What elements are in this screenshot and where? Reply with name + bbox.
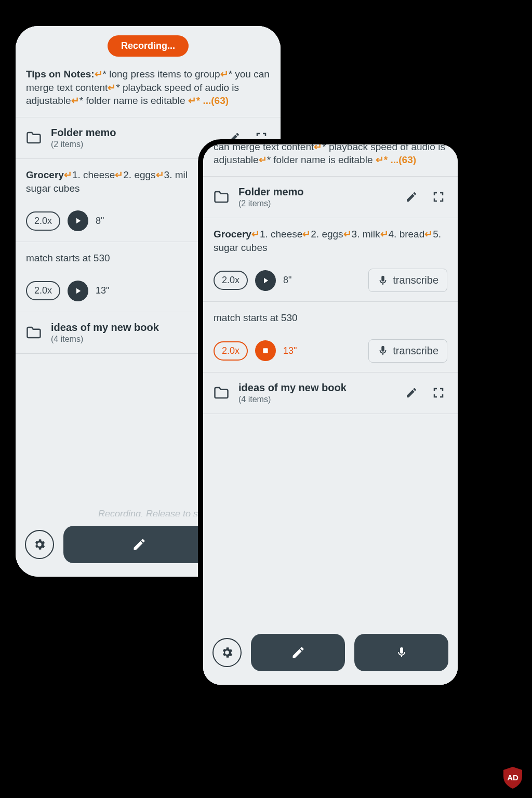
audio-row-1: 2.0x 8" transcribe <box>203 261 458 302</box>
return-arrow-icon: ↵ <box>188 95 196 106</box>
record-audio-button[interactable] <box>354 634 448 671</box>
return-arrow-icon: ↵ <box>314 144 322 152</box>
svg-rect-0 <box>263 349 268 353</box>
bottom-bar <box>203 624 458 685</box>
folder-icon <box>26 131 42 144</box>
match-text: match starts at 530 <box>26 252 110 263</box>
return-arrow-icon: ↵ <box>71 95 79 106</box>
grocery-item: sugar cubes <box>26 183 80 194</box>
match-row[interactable]: match starts at 530 <box>203 302 458 332</box>
expand-icon[interactable] <box>430 188 447 206</box>
tips-more-link[interactable]: * ...(63) <box>196 95 229 106</box>
transcribe-label: transcribe <box>393 274 438 286</box>
return-arrow-icon: ↵ <box>95 69 103 79</box>
play-button[interactable] <box>68 281 88 301</box>
tips-more-link[interactable]: * ...(63) <box>384 154 416 165</box>
speed-chip[interactable]: 2.0x <box>26 281 60 300</box>
recording-pill: Recording... <box>108 35 189 57</box>
phone-front: Tips on Notes:↵* long press items to gro… <box>198 139 463 690</box>
grocery-item: 2. eggs <box>311 229 343 240</box>
new-text-note-button[interactable] <box>251 634 345 671</box>
edit-button[interactable] <box>403 188 420 206</box>
tip-line: * folder name is editable <box>267 154 376 165</box>
tip-line: * folder name is editable <box>79 95 188 106</box>
folder-icon <box>214 190 229 204</box>
return-arrow-icon: ↵ <box>259 154 267 165</box>
return-arrow-icon: ↵ <box>343 229 352 240</box>
play-button[interactable] <box>68 210 88 231</box>
folder-icon <box>26 326 42 339</box>
grocery-item: 2. eggs <box>123 169 155 180</box>
ad-badge-icon: AD <box>503 767 523 789</box>
return-arrow-icon: ↵ <box>376 154 384 165</box>
return-arrow-icon: ↵ <box>64 169 72 180</box>
tip-line: * long press items to group <box>103 69 220 79</box>
return-arrow-icon: ↵ <box>156 169 164 180</box>
folder-icon <box>214 386 229 400</box>
transcribe-button[interactable]: transcribe <box>368 269 447 292</box>
new-text-note-button[interactable] <box>63 526 215 563</box>
match-text: match starts at 530 <box>214 312 298 323</box>
grocery-item: 3. mil <box>164 169 188 180</box>
folder-subtitle: (2 items) <box>51 140 216 149</box>
edit-button[interactable] <box>403 384 420 402</box>
return-arrow-icon: ↵ <box>108 82 116 93</box>
grocery-row[interactable]: Grocery↵1. cheese↵2. eggs↵3. milk↵4. bre… <box>203 218 458 261</box>
tips-title: Tips on Notes: <box>26 69 95 79</box>
play-button[interactable] <box>255 270 276 291</box>
return-arrow-icon: ↵ <box>115 169 123 180</box>
audio-duration: 8" <box>283 275 291 286</box>
grocery-item: 1. cheese <box>72 169 115 180</box>
folder-row-memo[interactable]: Folder memo (2 items) <box>203 177 458 218</box>
folder-title: Folder memo <box>238 186 393 198</box>
return-arrow-icon: ↵ <box>424 229 433 240</box>
stop-button[interactable] <box>255 340 276 361</box>
return-arrow-icon: ↵ <box>302 229 311 240</box>
folder-title: Folder memo <box>51 127 216 139</box>
folder-title: ideas of my new book <box>238 382 393 394</box>
speed-chip[interactable]: 2.0x <box>214 271 248 290</box>
settings-button[interactable] <box>25 530 54 559</box>
folder-subtitle: (4 items) <box>238 395 393 404</box>
grocery-item: 4. bread <box>389 229 425 240</box>
settings-button[interactable] <box>212 638 242 667</box>
audio-row-2-playing: 2.0x 13" transcribe <box>203 332 458 373</box>
folder-meta: Folder memo (2 items) <box>238 186 393 208</box>
folder-meta: Folder memo (2 items) <box>51 127 216 149</box>
transcribe-button[interactable]: transcribe <box>368 339 447 363</box>
audio-duration: 8" <box>96 216 104 227</box>
speed-chip[interactable]: 2.0x <box>26 211 60 231</box>
audio-duration: 13" <box>283 345 297 356</box>
return-arrow-icon: ↵ <box>220 69 229 79</box>
notes-list: Tips on Notes:↵* long press items to gro… <box>203 144 458 685</box>
folder-subtitle: (2 items) <box>238 199 393 208</box>
screen: Tips on Notes:↵* long press items to gro… <box>203 144 458 685</box>
folder-row-ideas[interactable]: ideas of my new book (4 items) <box>203 373 458 414</box>
grocery-item: 3. milk <box>352 229 380 240</box>
tips-row[interactable]: Tips on Notes:↵* long press items to gro… <box>203 144 458 177</box>
folder-meta: ideas of my new book (4 items) <box>238 382 393 404</box>
transcribe-label: transcribe <box>393 345 438 357</box>
grocery-title: Grocery <box>214 229 251 240</box>
return-arrow-icon: ↵ <box>251 229 260 240</box>
return-arrow-icon: ↵ <box>380 229 389 240</box>
speed-chip[interactable]: 2.0x <box>214 341 248 361</box>
audio-duration: 13" <box>96 285 109 296</box>
grocery-item: 1. cheese <box>260 229 302 240</box>
svg-text:AD: AD <box>507 773 518 782</box>
grocery-title: Grocery <box>26 169 64 180</box>
expand-icon[interactable] <box>430 384 447 402</box>
